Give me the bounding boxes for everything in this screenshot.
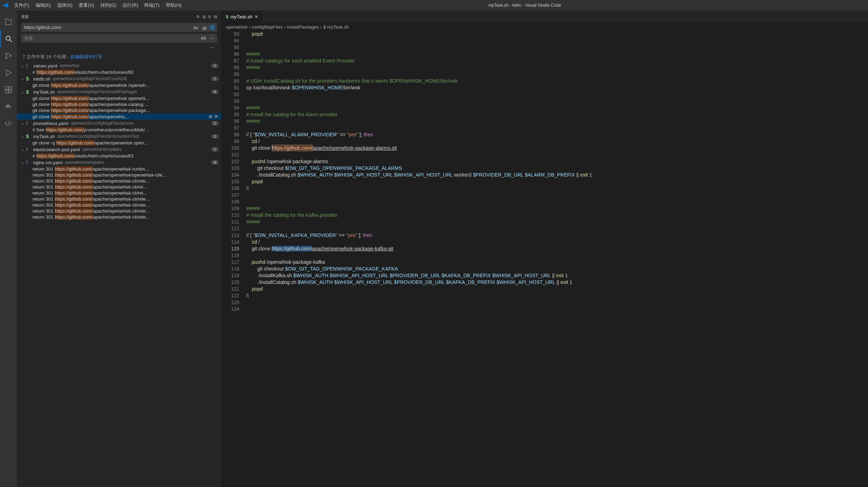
result-line[interactable]: return 301 https://github.com/apache/ope…	[17, 208, 221, 214]
breadcrumb-item[interactable]: configMapFiles	[252, 24, 283, 30]
activity-extensions[interactable]	[0, 81, 17, 98]
result-line[interactable]: git clone -q https://github.com/apache/o…	[17, 140, 221, 146]
code-line[interactable]: 104 ./installCatalog.sh $WHISK_AUTH $WHI…	[222, 172, 868, 178]
code-line[interactable]: 85	[222, 44, 868, 51]
menu-运行(R)[interactable]: 运行(R)	[120, 1, 141, 10]
result-line[interactable]: git clone https://github.com/apache/open…	[17, 82, 221, 88]
minimap[interactable]	[847, 31, 868, 487]
result-file[interactable]: ⌄ $ initdb.sh openwhisk\configMapFiles\i…	[17, 75, 221, 82]
code-line[interactable]: 102 pushd /openwhisk-package-alarms	[222, 158, 868, 165]
clear-icon[interactable]: ⊟	[203, 14, 206, 19]
result-line[interactable]: return 301 https://github.com/apache/ope…	[17, 196, 221, 202]
preserve-case-toggle[interactable]: AB	[199, 35, 207, 41]
code-line[interactable]: 89	[222, 71, 868, 78]
match-case-toggle[interactable]: Aa	[192, 25, 199, 30]
result-line[interactable]: return 301 https://github.com/apache/ope…	[17, 178, 221, 184]
menu-编辑(E)[interactable]: 编辑(E)	[33, 1, 54, 10]
menu-查看(V)[interactable]: 查看(V)	[76, 1, 97, 10]
result-file[interactable]: ⌄ ! values.yaml openwhisk 1	[17, 62, 221, 69]
result-line[interactable]: git clone https://github.com/apache/open…	[17, 107, 221, 113]
code-line[interactable]: 101	[222, 152, 868, 158]
result-line[interactable]: return 301 https://github.com/apache/ope…	[17, 184, 221, 190]
search-input[interactable]	[23, 24, 192, 31]
breadcrumb-item[interactable]: $ myTask.sh	[323, 24, 349, 30]
code-line[interactable]: 108	[222, 198, 868, 205]
code-line[interactable]: 94#####	[222, 105, 868, 111]
result-line[interactable]: return 301 https://github.com/apache/ope…	[17, 172, 221, 178]
code-line[interactable]: 113if [ "$OW_INSTALL_KAFKA_PROVIDER" == …	[222, 232, 868, 239]
result-line[interactable]: # https://github.com/elastic/helm-charts…	[17, 69, 221, 75]
result-line[interactable]: return 301 https://github.com/apache/ope…	[17, 214, 221, 220]
code-line[interactable]: 123	[222, 299, 868, 306]
activity-explorer[interactable]	[0, 13, 17, 30]
tab-mytask[interactable]: $ myTask.sh ✕	[222, 11, 263, 23]
code-line[interactable]: 111#####	[222, 219, 868, 225]
code-line[interactable]: 86#####	[222, 51, 868, 58]
match-word-toggle[interactable]: ab	[201, 25, 208, 30]
code-line[interactable]: 91cp /usr/local/bin/wsk $OPENWHISK_HOME/…	[222, 84, 868, 91]
result-line[interactable]: return 301 https://github.com/apache/ope…	[17, 202, 221, 208]
collapse-icon[interactable]: ⊟	[214, 14, 217, 19]
activity-run-debug[interactable]	[0, 64, 17, 81]
code-line[interactable]: 99 cd /	[222, 138, 868, 145]
code-line[interactable]: 93	[222, 98, 868, 105]
replace-all-button[interactable]: ⤮	[209, 35, 215, 41]
result-line[interactable]: git clone https://github.com/apache/open…	[17, 113, 221, 120]
menu-帮助(H)[interactable]: 帮助(H)	[163, 1, 184, 10]
code-line[interactable]: 83 popd	[222, 31, 868, 37]
code-line[interactable]: 117 pushd /openwhisk-package-kafka	[222, 259, 868, 266]
toggle-search-details[interactable]: ⋯	[210, 45, 214, 50]
code-line[interactable]: 110# Install the catalog for the Kafka p…	[222, 212, 868, 219]
menu-转到(G)[interactable]: 转到(G)	[98, 1, 119, 10]
result-line[interactable]: git clone https://github.com/apache/open…	[17, 101, 221, 107]
code-line[interactable]: 109#####	[222, 205, 868, 212]
code-line[interactable]: 112	[222, 225, 868, 232]
code-line[interactable]: 118 git checkout $OW_GIT_TAG_OPENWHISK_P…	[222, 266, 868, 272]
code-line[interactable]: 115 git clone https://github.com/apache/…	[222, 245, 868, 252]
activity-source-control[interactable]	[0, 47, 17, 64]
result-line[interactable]: # https://github.com/elastic/helm-charts…	[17, 153, 221, 159]
code-line[interactable]: 121 popd	[222, 286, 868, 292]
code-line[interactable]: 97	[222, 125, 868, 131]
code-line[interactable]: 88#####	[222, 64, 868, 71]
breadcrumb-item[interactable]: installPackages	[287, 24, 319, 30]
result-file[interactable]: ⌄ ! elasticsearch-pod.yaml openwhisk\tem…	[17, 146, 221, 153]
result-file[interactable]: ⌄ $ myTask.sh openwhisk\configMapFiles\t…	[17, 133, 221, 140]
code-line[interactable]: 95# Install the catalog for the Alarm pr…	[222, 111, 868, 118]
regex-toggle[interactable]: .*	[210, 25, 215, 30]
result-line[interactable]: git clone https://github.com/apache/open…	[17, 95, 221, 101]
code-editor[interactable]: 83 popd848586#####87# Install catalogs f…	[222, 31, 868, 487]
activity-html-tag[interactable]	[0, 115, 17, 132]
result-line[interactable]: return 301 https://github.com/apache/ope…	[17, 190, 221, 196]
code-line[interactable]: 87# Install catalogs for each enabled Ev…	[222, 58, 868, 64]
code-line[interactable]: 124	[222, 306, 868, 313]
code-line[interactable]: 84	[222, 37, 868, 44]
code-line[interactable]: 90# UGH: installCatalog.sh for the provi…	[222, 78, 868, 84]
result-file[interactable]: ⌄ ! prometheus.yaml openwhisk\configMapF…	[17, 120, 221, 127]
code-line[interactable]: 107	[222, 192, 868, 198]
result-line[interactable]: # See https://github.com/prometheus/prom…	[17, 127, 221, 133]
menu-终端(T)[interactable]: 终端(T)	[141, 1, 162, 10]
code-line[interactable]: 105 popd	[222, 178, 868, 185]
menu-文件(F)[interactable]: 文件(F)	[11, 1, 32, 10]
breadcrumb-item[interactable]: openwhisk	[226, 24, 247, 30]
result-file[interactable]: ⌄ ! nginx-cm.yaml openwhisk\templates 9	[17, 159, 221, 166]
result-file[interactable]: ⌄ $ myTask.sh openwhisk\configMapFiles\i…	[17, 88, 221, 95]
code-line[interactable]: 98if [ "$OW_INSTALL_ALARM_PROVIDER" == "…	[222, 131, 868, 138]
code-line[interactable]: 119 ./installKafka.sh $WHISK_AUTH $WHISK…	[222, 272, 868, 279]
code-line[interactable]: 100 git clone https://github.com/apache/…	[222, 145, 868, 152]
dismiss-icon[interactable]: ⊘	[209, 114, 213, 119]
code-line[interactable]: 106fi	[222, 185, 868, 192]
code-line[interactable]: 114 cd /	[222, 239, 868, 245]
open-in-editor-link[interactable]: 在编辑器中打开	[70, 54, 102, 59]
code-line[interactable]: 116	[222, 252, 868, 259]
result-line[interactable]: return 301 https://github.com/apache/ope…	[17, 166, 221, 172]
menu-选择(S)[interactable]: 选择(S)	[54, 1, 75, 10]
activity-docker[interactable]	[0, 98, 17, 115]
code-line[interactable]: 103 git checkout $OW_GIT_TAG_OPENWHISK_P…	[222, 165, 868, 172]
code-line[interactable]: 122fi	[222, 292, 868, 299]
remove-icon[interactable]: ✕	[214, 114, 218, 119]
code-line[interactable]: 120 ./installCatalog.sh $WHISK_AUTH $WHI…	[222, 279, 868, 286]
activity-search[interactable]	[0, 30, 17, 47]
close-tab-icon[interactable]: ✕	[254, 14, 258, 19]
